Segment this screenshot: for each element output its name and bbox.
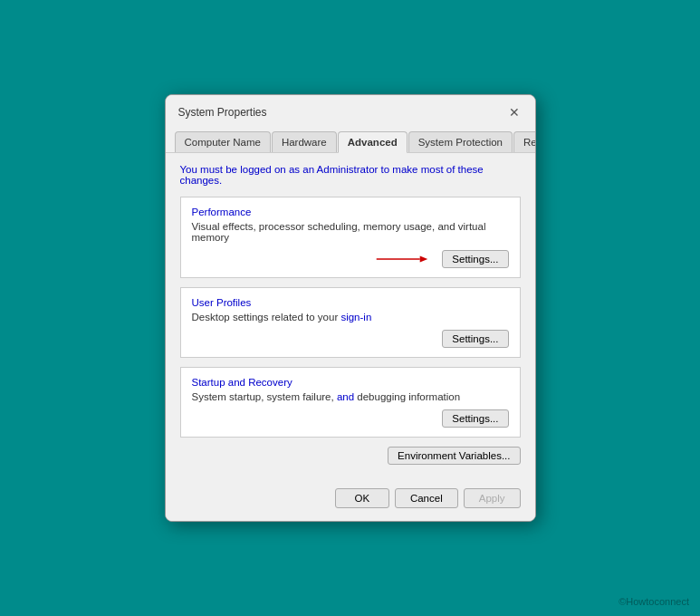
svg-marker-1	[420, 256, 428, 263]
performance-desc: Visual effects, processor scheduling, me…	[192, 221, 509, 243]
startup-recovery-desc: System startup, system failure, and debu…	[192, 391, 509, 402]
system-properties-dialog: System Properties ✕ Computer Name Hardwa…	[165, 94, 536, 522]
user-profiles-title: User Profiles	[192, 297, 509, 308]
user-profiles-settings-button[interactable]: Settings...	[442, 330, 508, 348]
user-profiles-desc-before: Desktop settings related to your	[192, 312, 341, 322]
tab-advanced[interactable]: Advanced	[338, 131, 408, 153]
dialog-title: System Properties	[178, 106, 267, 119]
close-button[interactable]: ✕	[506, 104, 523, 120]
tab-remote[interactable]: Remote	[513, 131, 535, 152]
performance-settings-button[interactable]: Settings...	[442, 250, 508, 268]
user-profiles-desc-highlight: sign-in	[340, 312, 371, 322]
startup-recovery-title: Startup and Recovery	[192, 377, 509, 388]
user-profiles-footer: Settings...	[192, 330, 509, 348]
startup-recovery-desc-after: debugging information	[354, 391, 460, 402]
arrow-annotation	[192, 252, 436, 266]
environment-variables-button[interactable]: Environment Variables...	[388, 447, 520, 465]
tab-content: You must be logged on as an Administrato…	[166, 153, 535, 481]
tab-bar: Computer Name Hardware Advanced System P…	[166, 126, 535, 153]
dialog-footer: OK Cancel Apply	[166, 481, 535, 521]
ok-button[interactable]: OK	[335, 488, 389, 508]
startup-recovery-desc-before: System startup, system failure,	[192, 391, 337, 402]
admin-info-text: You must be logged on as an Administrato…	[180, 164, 521, 186]
performance-title: Performance	[192, 207, 509, 217]
startup-recovery-section: Startup and Recovery System startup, sys…	[180, 367, 521, 438]
tab-computer-name[interactable]: Computer Name	[175, 131, 271, 152]
watermark-text: ©Howtoconnect	[618, 596, 689, 607]
tab-system-protection[interactable]: System Protection	[408, 131, 513, 152]
tab-hardware[interactable]: Hardware	[272, 131, 337, 152]
startup-recovery-desc-highlight: and	[337, 391, 354, 402]
performance-footer: Settings...	[192, 250, 509, 268]
env-variables-row: Environment Variables...	[180, 447, 521, 465]
performance-section: Performance Visual effects, processor sc…	[180, 197, 521, 278]
apply-button[interactable]: Apply	[464, 488, 521, 508]
startup-recovery-footer: Settings...	[192, 409, 509, 428]
user-profiles-section: User Profiles Desktop settings related t…	[180, 287, 521, 358]
title-bar: System Properties ✕	[166, 95, 535, 120]
startup-recovery-settings-button[interactable]: Settings...	[442, 409, 508, 428]
user-profiles-desc: Desktop settings related to your sign-in	[192, 312, 509, 322]
cancel-button[interactable]: Cancel	[395, 488, 458, 508]
